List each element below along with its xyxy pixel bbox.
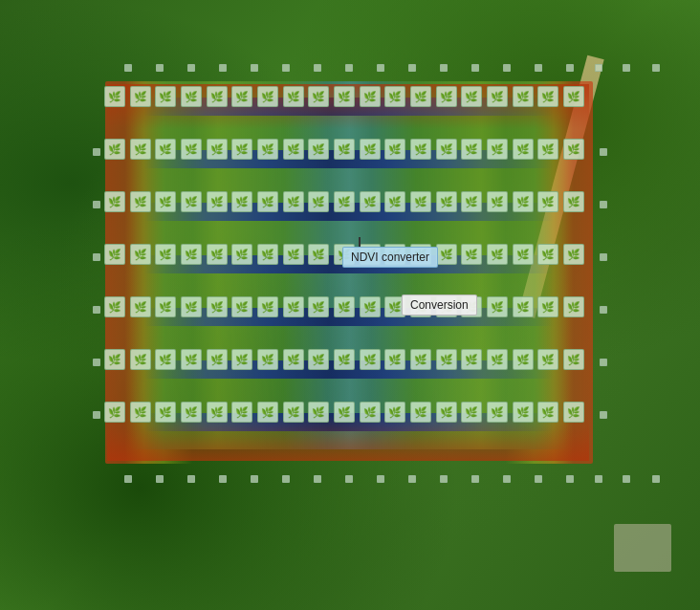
plant-icon: 🌿 [155,402,176,423]
conversion-tooltip[interactable]: Conversion [402,294,477,316]
boundary-dot [652,64,660,72]
plant-icon: 🌿 [537,402,558,423]
boundary-dot [471,475,479,483]
ndvi-converter-tooltip[interactable]: NDVI converter [342,247,438,268]
plant-icon: 🌿 [487,86,508,107]
plant-icon: 🌿 [410,402,431,423]
plant-icon: 🌿 [181,86,202,107]
plant-icon: 🌿 [104,402,125,423]
plant-icon: 🌿 [207,191,228,212]
plant-icon: 🌿 [487,349,508,370]
plant-icon: 🌿 [155,86,176,107]
plant-icon: 🌿 [461,86,482,107]
plant-icon: 🌿 [436,402,457,423]
plant-icon: 🌿 [283,139,304,160]
plant-icon: 🌿 [384,191,405,212]
plant-icon: 🌿 [257,296,278,317]
plant-icon: 🌿 [360,86,381,107]
boundary-dot [251,64,258,72]
plant-icon: 🌿 [436,86,457,107]
plant-icon: 🌿 [130,139,151,160]
plant-icon: 🌿 [104,244,125,265]
plant-icon: 🌿 [487,139,508,160]
plant-icon: 🌿 [384,139,405,160]
plant-icon: 🌿 [537,244,558,265]
boundary-dot [156,64,164,72]
boundary-dot [600,201,607,208]
boundary-dot [471,64,479,72]
plant-icon: 🌿 [487,244,508,265]
plants-layer: 🌿🌿🌿🌿🌿🌿🌿🌿🌿🌿🌿🌿🌿🌿🌿🌿🌿🌿🌿🌿🌿🌿🌿🌿🌿🌿🌿🌿🌿🌿🌿🌿🌿🌿🌿🌿🌿🌿🌿🌿… [105,81,593,464]
plant-icon: 🌿 [130,86,151,107]
plant-icon: 🌿 [563,139,584,160]
boundary-dot [93,306,100,314]
plant-icon: 🌿 [130,244,151,265]
boundary-dot [623,475,630,483]
plant-icon: 🌿 [487,296,508,317]
plant-icon: 🌿 [537,139,558,160]
plant-icon: 🌿 [308,244,329,265]
plant-icon: 🌿 [104,296,125,317]
boundary-dot [408,64,416,72]
boundary-dot [345,475,353,483]
plant-icon: 🌿 [513,86,534,107]
settlement-feature [614,524,671,572]
plant-icon: 🌿 [231,349,252,370]
plant-icon: 🌿 [257,86,278,107]
plant-icon: 🌿 [410,86,431,107]
plant-icon: 🌿 [155,191,176,212]
plant-icon: 🌿 [436,349,457,370]
boundary-dot [503,64,511,72]
plant-icon: 🌿 [181,296,202,317]
plant-icon: 🌿 [308,139,329,160]
boundary-dot [600,253,607,261]
plant-icon: 🌿 [181,402,202,423]
boundary-dot [440,475,448,483]
plant-icon: 🌿 [207,349,228,370]
cursor-indicator [359,237,361,247]
plant-icon: 🌿 [181,139,202,160]
conversion-label: Conversion [410,298,469,312]
plant-icon: 🌿 [461,349,482,370]
boundary-dot [377,475,384,483]
boundary-dot [408,475,416,483]
plant-icon: 🌿 [436,139,457,160]
boundary-dot [314,475,321,483]
plant-icon: 🌿 [308,296,329,317]
plant-icon: 🌿 [436,191,457,212]
plant-icon: 🌿 [487,402,508,423]
plant-icon: 🌿 [360,191,381,212]
plant-icon: 🌿 [130,296,151,317]
boundary-dot [595,64,602,72]
plant-icon: 🌿 [436,244,457,265]
plant-icon: 🌿 [207,86,228,107]
boundary-dot [600,359,607,366]
plant-icon: 🌿 [283,244,304,265]
plant-icon: 🌿 [181,349,202,370]
plant-icon: 🌿 [334,296,355,317]
plant-icon: 🌿 [461,244,482,265]
plant-icon: 🌿 [513,296,534,317]
plant-icon: 🌿 [513,191,534,212]
plant-icon: 🌿 [360,402,381,423]
plant-icon: 🌿 [334,139,355,160]
map-container: 🌿🌿🌿🌿🌿🌿🌿🌿🌿🌿🌿🌿🌿🌿🌿🌿🌿🌿🌿🌿🌿🌿🌿🌿🌿🌿🌿🌿🌿🌿🌿🌿🌿🌿🌿🌿🌿🌿🌿🌿… [0,0,700,610]
plant-icon: 🌿 [104,139,125,160]
plant-icon: 🌿 [231,191,252,212]
boundary-dot [600,411,607,419]
plant-icon: 🌿 [257,191,278,212]
plant-icon: 🌿 [308,86,329,107]
plant-icon: 🌿 [130,349,151,370]
boundary-dot [566,64,574,72]
plant-icon: 🌿 [257,349,278,370]
plant-icon: 🌿 [104,86,125,107]
boundary-dot [93,148,100,156]
boundary-dot [600,306,607,314]
boundary-dot [124,64,132,72]
plant-icon: 🌿 [308,349,329,370]
plant-icon: 🌿 [207,402,228,423]
plant-icon: 🌿 [334,349,355,370]
boundary-dot [595,475,602,483]
boundary-dot [93,201,100,208]
boundary-dot [93,411,100,419]
